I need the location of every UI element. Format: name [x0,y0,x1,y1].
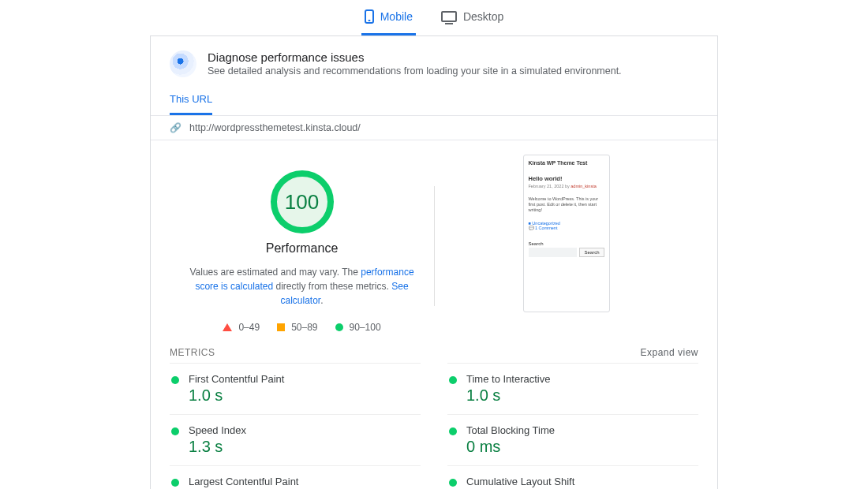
metric-lcp[interactable]: Largest Contentful Paint1.2 s [170,465,421,489]
metric-fcp[interactable]: First Contentful Paint1.0 s [170,363,421,414]
preview-body: Welcome to WordPress. This is your first… [529,196,604,213]
preview-links: ■ Uncategorized 💬 1 Comment [529,221,604,230]
score-legend: 0–49 50–89 90–100 [170,322,434,333]
metric-tbt[interactable]: Total Blocking Time0 ms [447,414,698,465]
device-tabs: Mobile Desktop [0,0,868,35]
subtabs: This URL [151,82,717,115]
legend-high-icon [335,323,343,331]
diagnose-icon [170,50,196,77]
preview-post-title: Hello world! [529,175,604,182]
link-icon: 🔗 [170,122,181,133]
score-value: 100 [285,190,319,215]
tab-mobile[interactable]: Mobile [361,2,416,35]
score-description: Values are estimated and may vary. The p… [170,265,434,308]
url-bar: 🔗 http://wordpressthemetest.kinsta.cloud… [151,115,717,140]
dot-icon [171,376,179,384]
preview-search-button: Search [579,248,604,257]
diagnose-subtitle: See detailed analysis and recommendation… [208,65,622,77]
preview-meta: February 21, 2022 by admin_kinsta [529,184,604,189]
mobile-icon [365,9,374,24]
metric-si[interactable]: Speed Index1.3 s [170,414,421,465]
dot-icon [449,479,457,487]
dot-icon [449,376,457,384]
dot-icon [171,427,179,435]
score-ring: 100 [271,170,334,233]
metrics-grid: First Contentful Paint1.0 s Speed Index1… [151,363,717,489]
legend-mid: 50–89 [291,322,317,333]
legend-mid-icon [277,323,285,331]
diagnose-header: Diagnose performance issues See detailed… [151,36,717,82]
report-panel: Diagnose performance issues See detailed… [150,35,718,489]
tested-url: http://wordpressthemetest.kinsta.cloud/ [189,122,361,133]
diagnose-title: Diagnose performance issues [208,50,622,64]
preview-search-label: Search [529,241,604,246]
legend-high: 90–100 [350,322,381,333]
metric-tti[interactable]: Time to Interactive1.0 s [447,363,698,414]
legend-low: 0–49 [238,322,260,333]
score-section: 100 Performance Values are estimated and… [170,155,434,333]
expand-view-button[interactable]: Expand view [640,347,698,358]
preview-site-title: Kinsta WP Theme Test [529,160,604,166]
score-label: Performance [170,241,434,256]
dot-icon [449,427,457,435]
legend-low-icon [223,323,232,331]
tab-mobile-label: Mobile [380,10,413,23]
phone-frame: Kinsta WP Theme Test Hello world! Februa… [523,155,610,312]
tab-desktop-label: Desktop [463,10,503,23]
metric-cls[interactable]: Cumulative Layout Shift0 [447,465,698,489]
page-preview: Kinsta WP Theme Test Hello world! Februa… [434,155,698,333]
metrics-heading: METRICS [170,347,215,358]
preview-search-input [529,248,578,257]
subtab-this-url[interactable]: This URL [170,82,212,115]
tab-desktop[interactable]: Desktop [438,2,507,35]
desktop-icon [441,11,457,22]
dot-icon [171,479,179,487]
